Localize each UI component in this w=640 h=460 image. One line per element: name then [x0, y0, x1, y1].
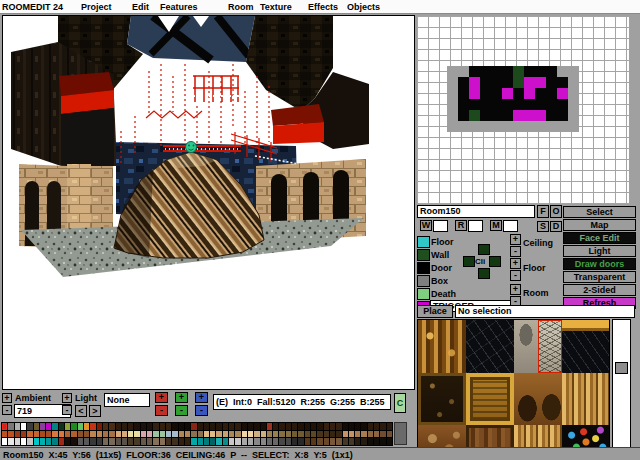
palette-swatch[interactable]	[273, 431, 278, 438]
palette-swatch[interactable]	[166, 431, 171, 438]
palette-swatch[interactable]	[235, 423, 240, 430]
palette-swatch[interactable]	[324, 431, 329, 438]
palette-swatch[interactable]	[387, 438, 392, 445]
map-cell[interactable]	[546, 88, 557, 99]
palette-swatch[interactable]	[103, 438, 108, 445]
light-plus-button[interactable]: +	[62, 393, 72, 403]
palette-swatch[interactable]	[223, 438, 228, 445]
palette-swatch[interactable]	[380, 423, 385, 430]
map-cell[interactable]	[513, 77, 524, 88]
place-button[interactable]: Place	[417, 305, 453, 318]
palette-swatch[interactable]	[305, 423, 310, 430]
map-cell[interactable]	[557, 110, 568, 121]
map-cell[interactable]	[491, 121, 502, 132]
palette-swatch[interactable]	[109, 431, 114, 438]
palette-swatch[interactable]	[46, 423, 51, 430]
map-cell[interactable]	[524, 99, 535, 110]
3d-viewport[interactable]	[2, 15, 415, 390]
palette-swatch[interactable]	[324, 438, 329, 445]
map-cell[interactable]	[491, 99, 502, 110]
map-cell[interactable]	[480, 99, 491, 110]
palette-swatch[interactable]	[78, 438, 83, 445]
palette-swatch[interactable]	[84, 431, 89, 438]
palette-swatch[interactable]	[343, 423, 348, 430]
map-cell[interactable]	[513, 66, 524, 77]
palette-swatch[interactable]	[330, 423, 335, 430]
map-cell[interactable]	[480, 121, 491, 132]
sector-map-grid[interactable]	[417, 16, 629, 204]
palette-swatch[interactable]	[223, 423, 228, 430]
palette-swatch[interactable]	[141, 438, 146, 445]
map-cell[interactable]	[502, 121, 513, 132]
map-cell[interactable]	[480, 110, 491, 121]
palette-swatch[interactable]	[204, 423, 209, 430]
palette-swatch[interactable]	[330, 431, 335, 438]
palette-swatch[interactable]	[34, 423, 39, 430]
light-minus-button[interactable]: -	[62, 405, 72, 415]
palette-swatch[interactable]	[387, 423, 392, 430]
palette-swatch[interactable]	[153, 423, 158, 430]
palette-swatch[interactable]	[27, 431, 32, 438]
texture-tile-wood-panel[interactable]	[418, 373, 466, 425]
cli-down-button[interactable]	[478, 268, 490, 279]
blue-plus-button[interactable]: +	[195, 392, 208, 403]
palette-swatch[interactable]	[71, 438, 76, 445]
cli-left-button[interactable]	[463, 256, 475, 267]
texture-scrollbar-thumb[interactable]	[615, 362, 628, 374]
map-cell[interactable]	[458, 88, 469, 99]
map-cell[interactable]	[491, 110, 502, 121]
palette-swatch[interactable]	[242, 438, 247, 445]
cli-up-button[interactable]	[478, 244, 490, 255]
light-value-field[interactable]: None	[104, 393, 150, 407]
palette-swatch[interactable]	[235, 431, 240, 438]
map-cell[interactable]	[469, 66, 480, 77]
map-cell[interactable]	[458, 110, 469, 121]
selection-field[interactable]: No selection	[455, 305, 635, 318]
palette-swatch[interactable]	[204, 431, 209, 438]
palette-swatch[interactable]	[128, 431, 133, 438]
map-cell[interactable]	[546, 66, 557, 77]
palette-swatch[interactable]	[380, 438, 385, 445]
palette-swatch[interactable]	[374, 431, 379, 438]
palette-swatch[interactable]	[349, 423, 354, 430]
other-button[interactable]: O	[550, 205, 562, 218]
palette-swatch[interactable]	[336, 431, 341, 438]
map-cell[interactable]	[546, 77, 557, 88]
palette-swatch[interactable]	[122, 431, 127, 438]
map-cell[interactable]	[513, 99, 524, 110]
palette-swatch[interactable]	[254, 438, 259, 445]
map-cell[interactable]	[480, 77, 491, 88]
palette-swatch[interactable]	[27, 423, 32, 430]
palette-swatch[interactable]	[21, 438, 26, 445]
palette-swatch[interactable]	[172, 431, 177, 438]
palette-swatch[interactable]	[103, 431, 108, 438]
palette-swatch[interactable]	[216, 431, 221, 438]
green-minus-button[interactable]: -	[175, 405, 188, 416]
palette-swatch[interactable]	[292, 438, 297, 445]
map-cell[interactable]	[513, 88, 524, 99]
s-button[interactable]: S	[537, 221, 549, 232]
map-cell[interactable]	[502, 110, 513, 121]
ceiling-minus-button[interactable]: -	[510, 246, 521, 257]
palette-swatch[interactable]	[116, 431, 121, 438]
palette-swatch[interactable]	[198, 423, 203, 430]
palette-swatch[interactable]	[21, 431, 26, 438]
palette-swatch[interactable]	[305, 438, 310, 445]
palette-swatch[interactable]	[210, 438, 215, 445]
palette-swatch[interactable]	[317, 423, 322, 430]
palette-swatch[interactable]	[71, 423, 76, 430]
sidebtn-transparent[interactable]: Transparent	[563, 271, 636, 283]
palette-swatch[interactable]	[273, 423, 278, 430]
palette-swatch[interactable]	[267, 431, 272, 438]
palette-swatch[interactable]	[78, 423, 83, 430]
map-cell[interactable]	[513, 110, 524, 121]
palette-swatch[interactable]	[235, 438, 240, 445]
palette-swatch[interactable]	[46, 431, 51, 438]
palette-swatch[interactable]	[204, 438, 209, 445]
palette-swatch[interactable]	[311, 431, 316, 438]
palette-swatch[interactable]	[254, 431, 259, 438]
blue-minus-button[interactable]: -	[195, 405, 208, 416]
cli-right-button[interactable]	[489, 256, 501, 267]
palette-swatch[interactable]	[185, 438, 190, 445]
map-cell[interactable]	[568, 66, 579, 77]
